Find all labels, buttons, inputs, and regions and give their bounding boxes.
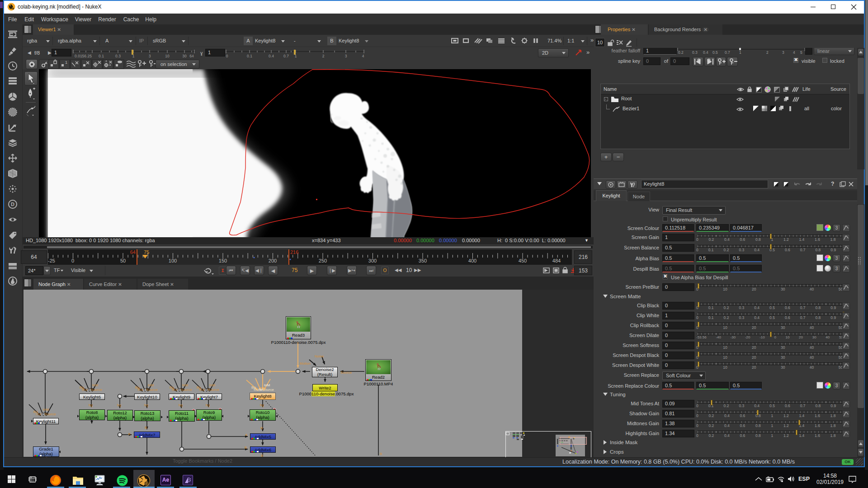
svg-text:1: 1 bbox=[65, 60, 67, 65]
svg-text:30: 30 bbox=[182, 54, 187, 58]
svg-text:0.5: 0.5 bbox=[712, 50, 718, 55]
svg-text:10: 10 bbox=[165, 54, 170, 58]
svg-text:216: 216 bbox=[290, 249, 298, 255]
svg-text:75: 75 bbox=[144, 249, 149, 255]
svg-text:0.1: 0.1 bbox=[247, 54, 252, 58]
svg-text:3: 3 bbox=[345, 54, 347, 58]
svg-text:0.3: 0.3 bbox=[692, 50, 698, 55]
svg-text:0.4: 0.4 bbox=[703, 50, 708, 55]
svg-text:0.7: 0.7 bbox=[725, 50, 730, 55]
svg-text:0: 0 bbox=[226, 54, 228, 58]
svg-text:64: 64 bbox=[189, 54, 194, 58]
svg-text:0.4: 0.4 bbox=[269, 54, 274, 58]
svg-text:2: 2 bbox=[322, 54, 325, 58]
svg-text:1: 1 bbox=[295, 54, 297, 58]
svg-text:0.0156.25: 0.0156.25 bbox=[75, 54, 92, 58]
svg-text:3: 3 bbox=[782, 50, 784, 55]
svg-text:D: D bbox=[11, 202, 14, 207]
svg-text:0.7: 0.7 bbox=[283, 54, 289, 58]
svg-text:1: 1 bbox=[132, 54, 135, 58]
svg-text:0.2: 0.2 bbox=[678, 50, 684, 55]
svg-text:0.1: 0.1 bbox=[99, 54, 104, 58]
svg-text:0.3: 0.3 bbox=[115, 54, 121, 58]
svg-text:64: 64 bbox=[130, 249, 136, 255]
svg-text:3: 3 bbox=[149, 54, 151, 58]
svg-text:4: 4 bbox=[362, 54, 364, 58]
svg-text:1: 1 bbox=[739, 50, 741, 55]
svg-text:-25050100150200250300350400450: -25050100150200250300350400450484 bbox=[48, 258, 561, 263]
svg-text:5: 5 bbox=[800, 50, 802, 55]
svg-text:4: 4 bbox=[793, 50, 795, 55]
svg-text:2: 2 bbox=[766, 50, 769, 55]
